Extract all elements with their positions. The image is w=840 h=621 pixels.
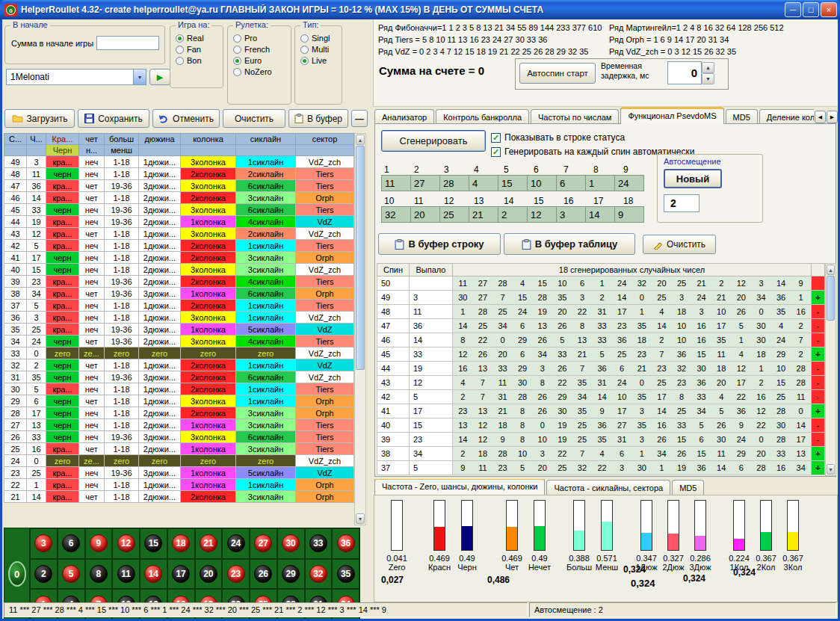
generated-scrollbar[interactable]: ▲ ▼	[825, 263, 836, 476]
history-row[interactable]: 493кра...неч1-181дюжи...3колонка1сиклайн…	[4, 156, 354, 168]
clear-button[interactable]: Очистить	[223, 109, 285, 128]
scroll-down-icon[interactable]: ▼	[827, 464, 835, 475]
board-cell-12[interactable]: 12	[112, 528, 140, 559]
radio-option-bon[interactable]: Bon	[176, 56, 223, 65]
board-cell-9[interactable]: 9	[85, 528, 113, 559]
gen-table-row[interactable]: 39231412981019253531326156302402817-	[377, 433, 825, 447]
preset-combobox[interactable]: 1Melonati ▼	[6, 69, 146, 85]
history-row[interactable]: 425кра...неч1-181дюжи...2колонка1сиклайн…	[4, 240, 354, 252]
history-header-cell[interactable]: Кра...	[46, 134, 79, 145]
history-row[interactable]: 296чернчет1-181дюжи...3колонка1сиклайнOr…	[4, 395, 354, 407]
history-scrollbar[interactable]: ▲ ▼	[354, 133, 366, 525]
generated-number-cell[interactable]: 21	[469, 206, 498, 223]
board-cell-23[interactable]: 23	[222, 559, 250, 590]
maximize-button[interactable]: □	[803, 2, 819, 17]
gen-table-row[interactable]: 48111282524192022311714183102603516-	[377, 305, 825, 319]
autoshift-input[interactable]	[664, 194, 700, 212]
radio-option-singl[interactable]: Singl	[300, 34, 342, 43]
generated-number-cell[interactable]: 20	[410, 206, 440, 223]
history-row[interactable]: 3923кра...неч19-362дюжи...2колонка4сикла…	[4, 276, 354, 288]
board-cell-32[interactable]: 32	[305, 559, 333, 590]
board-cell-8[interactable]: 8	[85, 559, 113, 590]
generated-number-cell[interactable]: 15	[498, 175, 528, 191]
history-header-cell[interactable]: Ч...	[27, 134, 46, 145]
copy-table-button[interactable]: В буфер таблицу	[504, 233, 635, 255]
board-cell-35[interactable]: 35	[332, 559, 359, 590]
scroll-up-icon[interactable]: ▲	[827, 265, 835, 275]
history-row[interactable]: 4419кра...неч19-362дюжи...1колонка4сикла…	[4, 216, 354, 228]
history-row[interactable]: 4117черннеч1-182дюжи...2колонка3сиклайнO…	[4, 252, 354, 264]
history-row[interactable]: 330zeroze...zerozerozerozeroVdZ_zch	[4, 347, 354, 359]
board-cell-21[interactable]: 21	[195, 528, 223, 559]
board-cell-5[interactable]: 5	[58, 559, 85, 590]
board-cell-11[interactable]: 11	[112, 559, 140, 590]
minimize-button[interactable]: ─	[785, 2, 801, 17]
generated-number-cell[interactable]: 12	[527, 206, 557, 223]
board-cell-24[interactable]: 24	[222, 528, 250, 559]
history-row[interactable]: 363кра...неч1-181дюжи...3колонка1сиклайн…	[4, 312, 354, 324]
board-cell-14[interactable]: 14	[140, 559, 167, 590]
history-row[interactable]: 322чернчет1-181дюжи...2колонка1сиклайнVd…	[4, 359, 354, 371]
history-row[interactable]: 4736кра...чет19-363дюжи...3колонка6сикла…	[4, 180, 354, 192]
history-row[interactable]: 240zeroze...zerozerozerozeroVdZ_zch	[4, 455, 354, 467]
generated-number-cell[interactable]: 24	[614, 175, 644, 191]
history-header-cell[interactable]: колонка	[181, 134, 236, 145]
generated-number-cell[interactable]: 4	[469, 175, 498, 191]
generated-number-cell[interactable]: 11	[381, 175, 411, 191]
copy-row-button[interactable]: В буфер строку	[378, 233, 501, 255]
generated-number-cell[interactable]: 3	[556, 206, 586, 223]
radio-option-multi[interactable]: Multi	[300, 45, 342, 54]
tabs-scroll-left-icon[interactable]: ◀	[815, 111, 826, 123]
radio-option-pro[interactable]: Pro	[233, 34, 291, 43]
new-button[interactable]: Новый	[664, 169, 722, 188]
save-button[interactable]: Сохранить	[78, 109, 149, 128]
tab-3[interactable]: Частоты по числам	[531, 109, 619, 124]
scroll-up-icon[interactable]: ▲	[356, 135, 365, 145]
history-row[interactable]: 375кра...неч1-181дюжи...2колонка1сиклайн…	[4, 300, 354, 312]
history-row[interactable]: 4533черннеч19-363дюжи...3колонка6сиклайн…	[4, 204, 354, 216]
scroll-down-icon[interactable]: ▼	[356, 513, 365, 524]
collapse-button[interactable]: —	[351, 110, 368, 127]
board-cell-2[interactable]: 2	[30, 559, 58, 590]
freq-tab-3[interactable]: MD5	[672, 480, 704, 495]
history-header-cell[interactable]: чет	[79, 134, 105, 145]
gen-table-row[interactable]: 493302771528353214025324212034361+	[377, 291, 825, 305]
board-cell-15[interactable]: 15	[140, 528, 167, 559]
radio-option-fan[interactable]: Fan	[176, 45, 223, 54]
tab-4[interactable]: Функционал PsevdoMS	[620, 107, 723, 124]
history-row[interactable]: 2516кра...чет1-182дюжи...1колонка3сиклай…	[4, 443, 354, 455]
history-row[interactable]: 3135черннеч19-363дюжи...2колонка6сиклайн…	[4, 371, 354, 383]
history-row[interactable]: 2817черннеч1-182дюжи...2колонка3сиклайнO…	[4, 407, 354, 419]
generated-number-cell[interactable]: 1	[585, 175, 615, 191]
generated-scroll-thumb[interactable]	[827, 276, 835, 321]
spinner-down-icon[interactable]: ▼	[702, 73, 714, 84]
generated-number-cell[interactable]: 28	[439, 175, 469, 191]
history-header-cell[interactable]: сектор	[296, 134, 354, 145]
board-cell-18[interactable]: 18	[167, 528, 195, 559]
load-button[interactable]: Загрузить	[4, 109, 75, 128]
board-cell-33[interactable]: 33	[305, 528, 333, 559]
gen-table-row[interactable]: 42527312826293414103517833422162511-	[377, 390, 825, 404]
history-row[interactable]: 305кра...неч1-181дюжи...2колонка1сиклайн…	[4, 383, 354, 395]
gen-table-row[interactable]: 401513121880192536273516335269223014-	[377, 418, 825, 433]
history-row[interactable]: 4811черннеч1-181дюжи...2колонка2сиклайнT…	[4, 168, 354, 180]
tab-1[interactable]: Анализатор	[374, 109, 434, 124]
board-cell-29[interactable]: 29	[277, 559, 305, 590]
gen-table-row[interactable]: 45331226206343321525237361511418292+	[377, 347, 825, 362]
generate-button[interactable]: Сгенерировать	[381, 130, 486, 152]
freq-tab-2[interactable]: Частота - сиклайны, сектора	[546, 480, 670, 495]
generated-number-cell[interactable]: 32	[381, 206, 411, 223]
tab-2[interactable]: Контроль банкролла	[436, 109, 529, 124]
board-cell-20[interactable]: 20	[195, 559, 223, 590]
radio-option-real[interactable]: Real	[176, 34, 223, 43]
play-button[interactable]: ▶	[149, 69, 170, 85]
radio-option-live[interactable]: Live	[300, 56, 342, 65]
board-cell-17[interactable]: 17	[167, 559, 195, 590]
history-header-cell[interactable]: С...	[4, 134, 27, 145]
generated-number-cell[interactable]: 27	[410, 175, 440, 191]
generated-number-cell[interactable]: 2	[498, 206, 528, 223]
history-row[interactable]: 221кра...неч1-181дюжи...1колонка1сиклайн…	[4, 479, 354, 491]
history-header-cell[interactable]: дюжина	[139, 134, 181, 145]
board-cell-30[interactable]: 30	[277, 528, 305, 559]
clear-generated-button[interactable]: Очистить	[643, 235, 716, 254]
